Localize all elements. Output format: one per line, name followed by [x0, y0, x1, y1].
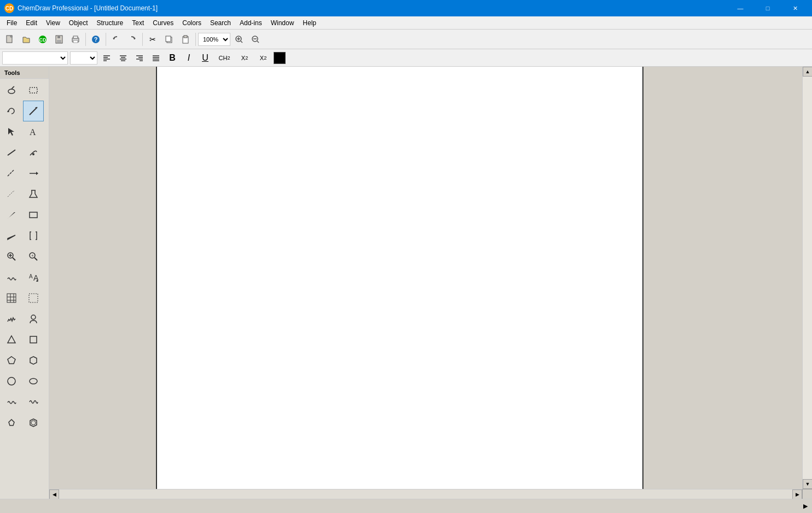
dashed-bond-tool[interactable]: [1, 163, 22, 184]
print-button[interactable]: [68, 32, 83, 47]
menu-object[interactable]: Object: [65, 16, 92, 30]
svg-line-24: [257, 41, 259, 43]
arrow-tool[interactable]: [23, 163, 44, 184]
svg-point-41: [8, 89, 15, 94]
spectrum-tool[interactable]: [1, 308, 22, 329]
squiggle-tool[interactable]: [1, 392, 22, 412]
menu-structure[interactable]: Structure: [92, 16, 128, 30]
superscript-button[interactable]: X2: [255, 51, 271, 65]
status-expand-button[interactable]: ▶: [803, 503, 808, 510]
ellipse-tool[interactable]: [23, 371, 44, 392]
query-tool[interactable]: [23, 142, 44, 163]
chemdraw-icon[interactable]: CD: [35, 32, 50, 47]
svg-rect-9: [73, 40, 78, 43]
scroll-up-button[interactable]: ▲: [803, 67, 812, 77]
redo-button[interactable]: [125, 32, 140, 47]
close-button[interactable]: ✕: [782, 0, 808, 16]
menu-addins[interactable]: Add-ins: [235, 16, 266, 30]
maximize-button[interactable]: □: [755, 0, 780, 16]
text-resize-tool[interactable]: AA: [23, 267, 44, 288]
menu-window[interactable]: Window: [266, 16, 299, 30]
pentagon-tool[interactable]: [1, 350, 22, 371]
svg-point-49: [32, 153, 34, 155]
canvas-content[interactable]: [49, 67, 802, 489]
scroll-right-button[interactable]: ▶: [792, 489, 802, 499]
title-bar: CD ChemDraw Professional - [Untitled Doc…: [0, 0, 812, 16]
minimize-button[interactable]: —: [728, 0, 753, 16]
zoom-tool[interactable]: [1, 246, 22, 267]
scroll-left-button[interactable]: ◀: [49, 489, 59, 499]
vertical-scrollbar[interactable]: ▲ ▼: [802, 67, 812, 489]
justify-button[interactable]: [149, 51, 163, 65]
paste-button[interactable]: [178, 32, 193, 47]
svg-marker-80: [8, 336, 15, 343]
menu-edit[interactable]: Edit: [21, 16, 42, 30]
underline-button[interactable]: U: [198, 51, 212, 65]
italic-button[interactable]: I: [182, 51, 196, 65]
dotted-rect-tool[interactable]: [23, 288, 44, 308]
separator-3: [142, 33, 143, 46]
new-doc-button[interactable]: [2, 32, 18, 47]
zoom-select[interactable]: 50% 75% 100% 150% 200%: [198, 33, 230, 46]
bond-tool[interactable]: [23, 101, 44, 121]
menu-view[interactable]: View: [42, 16, 65, 30]
color-picker[interactable]: [274, 52, 286, 64]
svg-rect-17: [184, 36, 187, 38]
svg-marker-46: [8, 128, 14, 136]
wave-tool[interactable]: [23, 392, 44, 412]
attachment-tool[interactable]: [23, 308, 44, 329]
menu-search[interactable]: Search: [206, 16, 235, 30]
marquee-tool[interactable]: [23, 80, 44, 101]
wedge-tool[interactable]: [1, 225, 22, 246]
help-button[interactable]: ?: [88, 32, 103, 47]
align-left-button[interactable]: [100, 51, 114, 65]
save-button[interactable]: [51, 32, 67, 47]
align-right-button[interactable]: [132, 51, 147, 65]
lasso-tool[interactable]: [1, 80, 22, 101]
rotate-tool[interactable]: [1, 101, 22, 121]
subscript-button[interactable]: X2: [236, 51, 253, 65]
bracket-tool[interactable]: [23, 225, 44, 246]
zoom-out-button[interactable]: [248, 32, 263, 47]
text-tool[interactable]: A: [23, 121, 44, 142]
scroll-down-button[interactable]: ▼: [803, 479, 812, 489]
horizontal-scrollbar[interactable]: ◀ ▶: [49, 489, 802, 499]
rectangle-tool[interactable]: [23, 205, 44, 225]
table-tool[interactable]: [1, 288, 22, 308]
align-center-button[interactable]: [116, 51, 130, 65]
undo-button[interactable]: [108, 32, 124, 47]
drawing-canvas[interactable]: [156, 67, 643, 489]
font-size-select[interactable]: [70, 51, 97, 65]
v-scroll-track[interactable]: [803, 77, 812, 479]
menu-text[interactable]: Text: [127, 16, 148, 30]
menu-file[interactable]: File: [2, 16, 21, 30]
left-gutter: [49, 67, 156, 489]
svg-text:?: ?: [94, 36, 98, 43]
wavy-bond-tool[interactable]: [1, 267, 22, 288]
menu-help[interactable]: Help: [298, 16, 321, 30]
dashed-line-tool[interactable]: [1, 184, 22, 205]
square-tool[interactable]: [23, 329, 44, 350]
ch2-button[interactable]: CH2: [214, 51, 234, 65]
single-bond-tool[interactable]: [1, 142, 22, 163]
svg-rect-78: [29, 294, 38, 302]
select-tool[interactable]: [1, 121, 22, 142]
flask-tool[interactable]: [23, 184, 44, 205]
hexagon-tool[interactable]: [23, 350, 44, 371]
triangle-tool[interactable]: [1, 329, 22, 350]
menu-curves[interactable]: Curves: [148, 16, 178, 30]
cut-button[interactable]: ✂: [145, 32, 160, 47]
font-family-select[interactable]: [2, 51, 68, 65]
main-toolbar: CD ? ✂ 50% 75% 100% 150% 200%: [0, 30, 812, 49]
cyclopentane-tool[interactable]: [1, 412, 22, 433]
menu-colors[interactable]: Colors: [178, 16, 206, 30]
svg-marker-83: [30, 357, 37, 364]
circle-tool[interactable]: [1, 371, 22, 392]
benzene-tool[interactable]: [23, 412, 44, 433]
open-button[interactable]: [19, 32, 34, 47]
bold-button[interactable]: B: [165, 51, 179, 65]
bold-bond-tool[interactable]: [1, 205, 22, 225]
zoom-detail-tool[interactable]: +: [23, 246, 44, 267]
copy-button[interactable]: [161, 32, 177, 47]
zoom-in-button[interactable]: [231, 32, 247, 47]
